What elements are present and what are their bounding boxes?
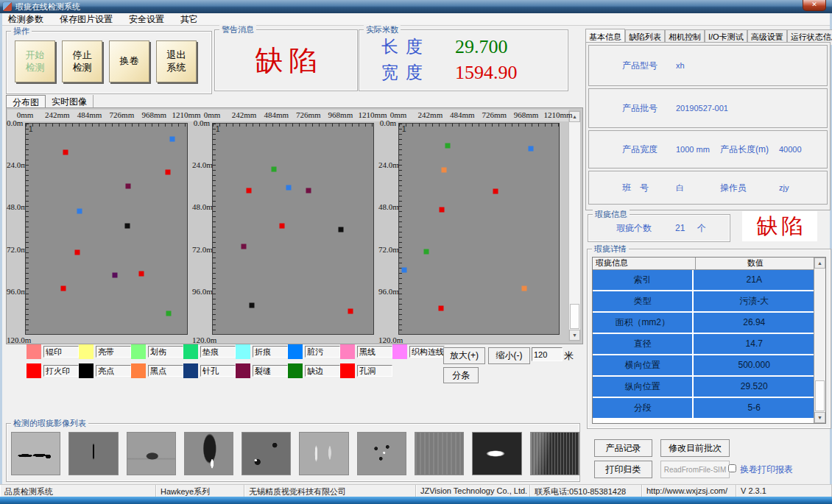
defect-point[interactable] xyxy=(439,207,444,212)
defect-point[interactable] xyxy=(61,285,66,291)
defect-point[interactable] xyxy=(241,244,246,249)
split-strips-button[interactable]: 分条 xyxy=(443,367,479,383)
table-scroll-down-icon[interactable]: ▼ xyxy=(814,412,825,423)
menu-item[interactable]: 其它 xyxy=(172,13,206,26)
defect-field-value: 5-6 xyxy=(694,398,814,418)
defect-point[interactable] xyxy=(124,223,130,228)
defect-point[interactable] xyxy=(166,310,172,316)
plots-scrollbar[interactable]: ▲ ▼ xyxy=(568,110,581,341)
print-classify-button[interactable]: 打印归类 xyxy=(594,461,652,478)
defect-thumbnail[interactable] xyxy=(68,432,118,475)
defect-point[interactable] xyxy=(77,208,82,213)
view-tab[interactable]: 分布图 xyxy=(6,95,46,108)
legend-swatch xyxy=(27,363,41,378)
meter-range-input[interactable] xyxy=(532,347,563,361)
y-axis-tick-label: 96.0m xyxy=(192,287,210,296)
x-axis-tick-label: 242mm xyxy=(418,110,443,119)
defect-detail-row[interactable]: 分段5-6 xyxy=(593,398,814,419)
scatter-plot[interactable]: 1 xyxy=(212,123,374,335)
defect-point[interactable] xyxy=(348,308,353,313)
legend-swatch xyxy=(236,344,250,359)
defect-thumbnail[interactable] xyxy=(415,432,464,475)
legend-item: 裂缝 xyxy=(236,363,288,378)
defect-point[interactable] xyxy=(247,188,252,193)
menu-item[interactable]: 保存图片设置 xyxy=(52,13,121,26)
defect-thumbnail[interactable] xyxy=(11,432,60,475)
defect-thumbnail[interactable] xyxy=(127,432,176,475)
defect-point[interactable] xyxy=(126,183,131,188)
roll-print-checkbox[interactable] xyxy=(728,464,736,472)
y-axis-tick-label: 24.0m xyxy=(378,160,396,169)
defect-point[interactable] xyxy=(306,188,311,193)
defect-field-value: 污渍-大 xyxy=(694,291,814,311)
menu-item[interactable]: 安全设置 xyxy=(121,13,172,26)
defect-point[interactable] xyxy=(439,305,444,310)
defect-detail-row[interactable]: 直径14.7 xyxy=(593,334,814,355)
product-record-button[interactable]: 产品记录 xyxy=(594,439,652,457)
product-field-value: xh xyxy=(676,61,685,70)
defect-thumbnail[interactable] xyxy=(242,432,291,475)
defect-point[interactable] xyxy=(280,223,285,228)
scrollbar-thumb[interactable] xyxy=(570,304,579,329)
defect-point[interactable] xyxy=(286,185,291,190)
defect-point[interactable] xyxy=(445,143,450,149)
defect-detail-row[interactable]: 面积（mm2）26.94 xyxy=(593,313,814,334)
zoom-in-button[interactable]: 放大(+) xyxy=(443,347,485,364)
menu-item[interactable]: 检测参数 xyxy=(0,13,52,26)
defect-point[interactable] xyxy=(401,267,406,272)
view-tab[interactable]: 实时图像 xyxy=(46,95,94,108)
y-axis-ticks xyxy=(399,124,402,334)
defect-thumbnail[interactable] xyxy=(357,432,406,475)
scatter-plot[interactable]: 1 xyxy=(25,123,188,335)
roll-print-label: 换卷打印报表 xyxy=(740,464,793,476)
defect-point[interactable] xyxy=(528,146,533,152)
status-cell: Hawkeye系列 xyxy=(156,485,244,497)
defect-thumbnail[interactable] xyxy=(472,432,521,475)
defect-point[interactable] xyxy=(113,273,118,278)
modify-batch-button[interactable]: 修改目前批次 xyxy=(660,439,730,457)
defect-detail-row[interactable]: 索引21A xyxy=(593,270,814,291)
y-axis-tick-label: 48.0m xyxy=(7,202,23,211)
taskbar[interactable] xyxy=(0,497,832,504)
table-scrollbar[interactable]: ▲ ▼ xyxy=(814,258,825,423)
y-axis-tick-label: 120.0m xyxy=(7,336,38,344)
zoom-out-button[interactable]: 缩小(-) xyxy=(488,347,530,364)
defect-point[interactable] xyxy=(139,271,144,277)
op-button[interactable]: 换卷 xyxy=(109,40,149,82)
defect-thumbnail[interactable] xyxy=(184,432,233,475)
legend-item: 针孔 xyxy=(183,363,236,378)
op-button[interactable]: 开始 检测 xyxy=(15,40,55,82)
defect-point[interactable] xyxy=(170,137,175,142)
defect-point[interactable] xyxy=(63,150,68,155)
product-field-value: 1000 mm xyxy=(676,145,710,154)
legend-swatch xyxy=(288,344,303,359)
defect-point[interactable] xyxy=(338,227,343,232)
legend-swatch xyxy=(340,363,355,378)
close-button[interactable]: ✕ xyxy=(803,0,826,11)
defect-point[interactable] xyxy=(272,167,277,172)
defect-detail-row[interactable]: 纵向位置29.520 xyxy=(593,377,814,398)
defect-point[interactable] xyxy=(441,168,446,173)
defect-thumbnail[interactable] xyxy=(530,432,579,475)
defect-detail-row[interactable]: 横向位置500.000 xyxy=(593,355,814,377)
read-from-file-button[interactable]: ReadFromFile-SIM xyxy=(660,461,730,478)
defect-point[interactable] xyxy=(493,188,498,194)
defect-thumbnail[interactable] xyxy=(299,432,348,475)
defect-point[interactable] xyxy=(521,285,526,291)
legend-label: 缺边 xyxy=(305,365,340,377)
window-title: 瑕疵在线检测系统 xyxy=(15,1,80,13)
table-scrollbar-thumb[interactable] xyxy=(815,380,825,411)
defect-point[interactable] xyxy=(165,169,170,174)
defect-point[interactable] xyxy=(249,302,254,308)
scroll-down-icon[interactable]: ▼ xyxy=(569,330,580,341)
product-info-row: 班 号白操作员zjy xyxy=(588,171,828,205)
op-button[interactable]: 停止 检测 xyxy=(62,40,102,82)
defect-point[interactable] xyxy=(424,249,429,255)
op-button[interactable]: 退出 系统 xyxy=(156,40,197,82)
defect-point[interactable] xyxy=(75,250,80,255)
legend-item: 织构连线 xyxy=(392,344,445,359)
scatter-plot[interactable]: 1 xyxy=(398,123,560,335)
defect-detail-row[interactable]: 类型污渍-大 xyxy=(593,291,814,313)
status-bar: 品质检测系统Hawkeye系列无锡精质视觉科技有限公司JZVision Tech… xyxy=(0,484,832,497)
table-scroll-up-icon[interactable]: ▲ xyxy=(814,258,825,269)
